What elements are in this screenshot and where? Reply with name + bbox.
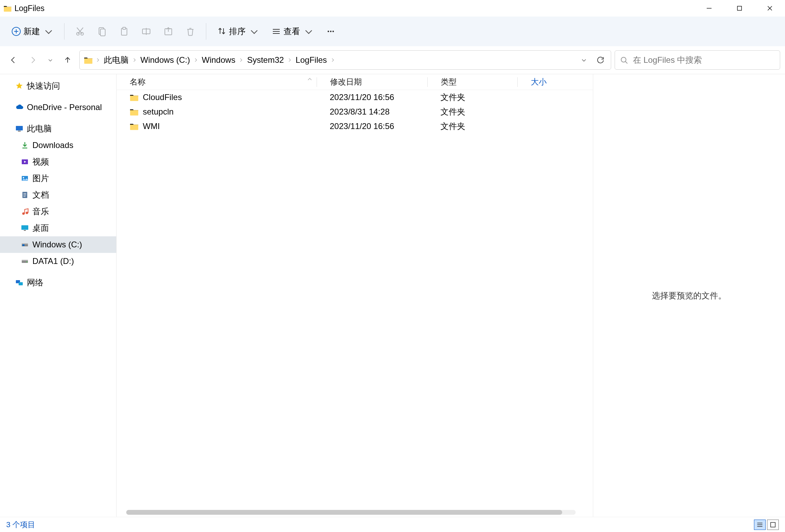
cut-button[interactable] [70,21,90,41]
delete-button[interactable] [180,21,200,41]
file-row[interactable]: CloudFiles2023/11/20 16:56文件夹 [117,90,593,105]
horizontal-scrollbar[interactable] [126,510,576,515]
new-button[interactable]: 新建 [6,21,59,41]
sidebar-label: OneDrive - Personal [27,102,102,112]
chevron-right-icon [132,58,137,62]
view-details-button[interactable] [754,520,766,530]
sidebar-documents[interactable]: 文档 [0,187,116,203]
arrow-right-icon [29,56,38,65]
rename-icon [141,26,151,37]
sidebar-desktop[interactable]: 桌面 [0,220,116,236]
address-bar[interactable]: 此电脑 Windows (C:) Windows System32 LogFil… [79,50,611,70]
drive-icon [21,240,29,249]
sidebar-drive-d[interactable]: DATA1 (D:) [0,253,116,269]
sidebar-downloads[interactable]: Downloads [0,137,116,154]
chevron-right-icon [239,58,244,62]
minimize-button[interactable] [694,0,724,17]
search-input[interactable] [633,55,775,65]
chevron-down-icon [249,26,259,37]
sidebar-quick-access[interactable]: 快速访问 [0,78,116,94]
sidebar-videos[interactable]: 视频 [0,154,116,170]
file-type: 文件夹 [427,92,517,103]
refresh-icon [596,56,605,64]
toolbar-divider [206,23,206,40]
desktop-icon [21,224,29,232]
back-button[interactable] [5,52,21,68]
chevron-right-icon [193,58,198,62]
sidebar-label: DATA1 (D:) [32,256,74,266]
search-icon [620,56,628,64]
file-name: CloudFiles [143,92,182,102]
chevron-down-icon [581,58,587,62]
sidebar-label: 视频 [32,156,49,167]
monitor-icon [15,125,23,133]
column-header-size[interactable]: 大小 [518,77,573,87]
picture-icon [21,174,29,183]
refresh-button[interactable] [593,52,608,68]
close-button[interactable] [755,0,785,17]
file-list: CloudFiles2023/11/20 16:56文件夹setupcln202… [117,90,593,517]
toolbar: 新建 排序 查看 [0,17,785,46]
sidebar-onedrive[interactable]: OneDrive - Personal [0,99,116,116]
search-box[interactable] [615,50,780,70]
scrollbar-thumb[interactable] [126,510,562,515]
window-folder-icon [3,5,12,12]
forward-button[interactable] [25,52,41,68]
copy-icon [97,26,107,37]
sidebar-label: Downloads [32,140,73,150]
sidebar-drive-c[interactable]: Windows (C:) [0,236,116,253]
chevron-down-icon [48,57,53,63]
more-icon [326,26,336,37]
status-bar: 3 个项目 [0,517,785,532]
drive-icon [21,257,29,265]
preview-empty-text: 选择要预览的文件。 [652,290,726,301]
share-icon [163,26,173,37]
chevron-down-icon [304,26,314,37]
plus-circle-icon [11,26,21,37]
breadcrumb-item[interactable]: 此电脑 [102,53,131,67]
sidebar-label: Windows (C:) [32,240,82,249]
breadcrumb-item[interactable]: Windows (C:) [138,54,192,66]
view-button[interactable]: 查看 [266,21,319,41]
file-date: 2023/8/31 14:28 [317,107,427,117]
more-button[interactable] [321,21,341,41]
sort-button[interactable]: 排序 [212,21,264,41]
sidebar-network[interactable]: 网络 [0,274,116,291]
copy-button[interactable] [92,21,112,41]
paste-button[interactable] [114,21,134,41]
recent-locations-button[interactable] [45,52,56,68]
window-title: LogFiles [14,4,44,13]
view-large-icons-button[interactable] [767,520,779,530]
sidebar-music[interactable]: 音乐 [0,203,116,220]
download-icon [21,141,29,149]
video-icon [21,158,29,166]
folder-icon [130,108,139,116]
maximize-button[interactable] [724,0,755,17]
folder-icon [130,93,139,101]
file-name: WMI [143,121,160,131]
sidebar-pictures[interactable]: 图片 [0,170,116,187]
status-text: 3 个项目 [6,520,35,530]
file-row[interactable]: WMI2023/11/20 16:56文件夹 [117,119,593,134]
address-history-button[interactable] [576,52,592,68]
file-date: 2023/11/20 16:56 [317,121,427,131]
column-header-type[interactable]: 类型 [428,77,517,87]
breadcrumb-item[interactable]: LogFiles [294,54,329,66]
paste-icon [119,26,129,37]
breadcrumb-item[interactable]: System32 [245,54,286,66]
column-header-name[interactable]: 名称 [117,77,317,87]
file-row[interactable]: setupcln2023/8/31 14:28文件夹 [117,105,593,119]
breadcrumb-item[interactable]: Windows [200,54,237,66]
sidebar-this-pc[interactable]: 此电脑 [0,120,116,137]
file-list-pane: 名称 修改日期 类型 大小 CloudFiles2023/11/20 16:56… [117,74,593,517]
chevron-right-icon [96,58,100,62]
toolbar-divider [64,23,64,40]
sidebar-label: 此电脑 [27,123,52,134]
star-icon [15,82,23,90]
folder-icon [84,56,93,64]
share-button[interactable] [158,21,178,41]
up-button[interactable] [59,52,76,68]
delete-icon [185,26,196,37]
rename-button[interactable] [136,21,156,41]
column-header-date[interactable]: 修改日期 [317,77,427,87]
